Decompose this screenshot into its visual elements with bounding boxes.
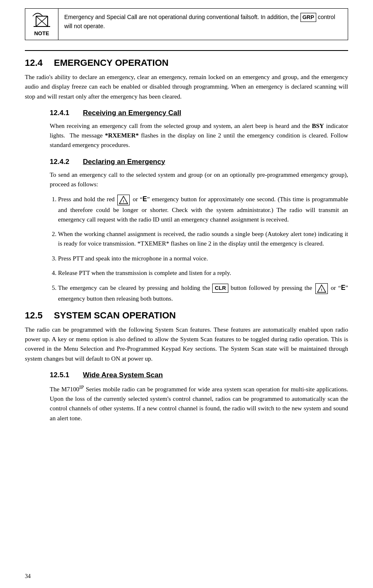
step5-text-before: The emergency can be cleared by pressing… [58,284,212,291]
section-12-4: 12.4EMERGENCY OPERATION The radio's abil… [25,58,348,304]
section-12-5-number: 12.5 [25,310,54,321]
section-12-5: 12.5SYSTEM SCAN OPERATION The radio can … [25,310,348,423]
step5-text-middle: button followed by pressing the [230,284,314,291]
svg-text:!: ! [123,199,124,203]
subsection-12-4-2-title: Declaring an Emergency [83,158,165,166]
note-label: NOTE [34,30,49,36]
subsection-12-4-1: 12.4.1Receiving an Emergency Call When r… [25,109,348,150]
subsection-12-4-2-number: 12.4.2 [50,158,83,166]
subsection-12-4-1-title: Receiving an Emergency Call [83,109,181,117]
subsection-12-4-2: 12.4.2Declaring an Emergency To send an … [25,158,348,304]
subsection-12-4-1-heading: 12.4.1Receiving an Emergency Call [25,109,348,117]
section-12-4-body: The radio's ability to declare an emerge… [25,72,348,101]
subsection-12-5-1-title: Wide Area System Scan [83,371,163,379]
divider-line [25,50,348,51]
note-text: Emergency and Special Call are not opera… [58,9,348,40]
svg-text:!: ! [321,288,322,292]
list-item: When the working channel assignment is r… [58,229,348,249]
emergency-button-icon-2: ! [315,283,328,294]
superscript-ip: IP [79,384,84,390]
step5-or: or “ [331,284,341,291]
section-12-4-title: EMERGENCY OPERATION [54,58,169,68]
section-12-5-title: SYSTEM SCAN OPERATION [54,310,176,321]
procedure-list: Press and hold the red ! or “E” emergenc… [25,194,348,304]
section-12-4-heading: 12.4EMERGENCY OPERATION [25,58,348,68]
emergency-button-icon-1: ! [117,195,130,205]
subsection-12-5-1: 12.5.1Wide Area System Scan The M7100IP … [25,371,348,423]
step2-text: When the working channel assignment is r… [58,231,348,247]
page-number: 34 [25,573,31,580]
clr-key: CLR [212,284,228,293]
list-item: Press PTT and speak into the microphone … [58,254,348,263]
note-icon-cell: NOTE [25,9,58,40]
section-12-5-heading: 12.5SYSTEM SCAN OPERATION [25,310,348,321]
step1-e-letter: E [143,195,147,202]
grp-key: GRP [300,13,316,22]
subsection-12-4-2-heading: 12.4.2Declaring an Emergency [25,158,348,166]
note-text-part1: Emergency and Special Call are not opera… [64,14,300,20]
triangle-icon-2: ! [317,284,326,293]
section-12-5-body: The radio can be programmed with the fol… [25,325,348,364]
step3-text: Press PTT and speak into the microphone … [58,255,208,262]
subsection-12-4-1-body: When receiving an emergency call from th… [25,121,348,150]
step1-or: or “ [133,196,143,202]
step5-e-letter: E [341,284,346,291]
section-12-4-number: 12.4 [25,58,54,68]
triangle-icon: ! [119,195,128,205]
bsy-indicator: BSY [312,123,324,129]
note-icon [32,12,52,29]
list-item: Release PTT when the transmission is com… [58,268,348,278]
subsection-12-4-1-number: 12.4.1 [50,109,83,117]
subsection-12-5-1-number: 12.5.1 [50,371,83,379]
step1-text-before: Press and hold the red [58,196,116,202]
subsection-12-5-1-heading: 12.5.1Wide Area System Scan [25,371,348,379]
list-item: Press and hold the red ! or “E” emergenc… [58,194,348,224]
page: NOTE Emergency and Special Call are not … [0,0,373,588]
note-box: NOTE Emergency and Special Call are not … [25,8,348,40]
subsection-12-5-1-body: The M7100IP Series mobile radio can be p… [25,383,348,423]
step4-text: Release PTT when the transmission is com… [58,270,231,276]
list-item: The emergency can be cleared by pressing… [58,283,348,304]
subsection-12-4-2-intro: To send an emergency call to the selecte… [25,170,348,190]
rxemer-message: *RXEMER* [105,132,139,139]
